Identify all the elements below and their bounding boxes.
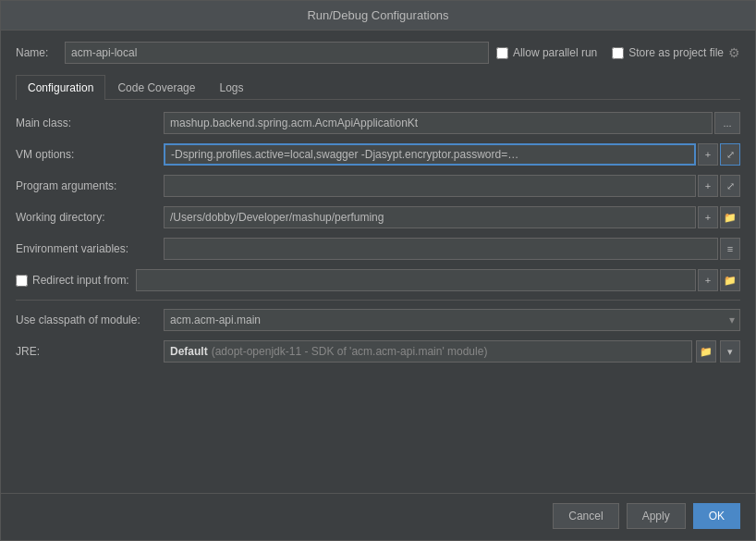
allow-parallel-run-checkbox[interactable] (496, 47, 508, 59)
jre-text-field: Default (adopt-openjdk-11 - SDK of 'acm.… (164, 340, 692, 363)
redirect-input-row: Redirect input from: + 📁 (16, 268, 740, 292)
jre-dropdown-button[interactable]: ▾ (720, 340, 740, 363)
jre-input-area: Default (adopt-openjdk-11 - SDK of 'acm.… (164, 340, 740, 363)
use-classpath-select-wrapper: acm.acm-api.main (164, 309, 740, 331)
jre-label: JRE: (16, 345, 164, 358)
use-classpath-label: Use classpath of module: (16, 314, 164, 326)
program-arguments-expand-button[interactable]: ⤢ (720, 175, 740, 197)
vm-options-input[interactable] (164, 143, 696, 166)
separator (16, 300, 740, 301)
redirect-input-browse-button[interactable]: 📁 (720, 269, 740, 291)
program-arguments-row: Program arguments: + ⤢ (16, 174, 740, 198)
store-as-project-file-label: Store as project file (628, 46, 724, 59)
header-options: Allow parallel run Store as project file… (496, 45, 740, 60)
main-class-row: Main class: ... (16, 111, 740, 135)
main-class-browse-button[interactable]: ... (714, 112, 740, 134)
environment-variables-input-group: ≡ (164, 238, 740, 260)
working-directory-row: Working directory: + 📁 (16, 205, 740, 229)
store-as-project-file-checkbox[interactable] (612, 47, 624, 59)
name-label: Name: (16, 46, 57, 59)
environment-variables-input[interactable] (164, 238, 718, 260)
cancel-button[interactable]: Cancel (553, 503, 618, 529)
vm-options-row: VM options: + ⤢ (16, 142, 740, 166)
vm-options-expand-button[interactable]: ⤢ (720, 143, 740, 166)
gear-icon[interactable]: ⚙ (728, 45, 740, 60)
dialog-body: Name: Allow parallel run Store as projec… (1, 31, 755, 493)
program-arguments-input[interactable] (164, 175, 696, 197)
jre-browse-button[interactable]: 📁 (696, 340, 716, 363)
redirect-input-label: Redirect input from: (32, 274, 129, 287)
dialog-footer: Cancel Apply OK (1, 493, 755, 540)
jre-description: (adopt-openjdk-11 - SDK of 'acm.acm-api.… (212, 345, 488, 358)
main-class-input-group: ... (164, 112, 740, 134)
redirect-input-group: + 📁 (136, 269, 740, 291)
vm-options-add-button[interactable]: + (698, 143, 718, 166)
use-classpath-select[interactable]: acm.acm-api.main (164, 309, 740, 331)
redirect-input-checkbox[interactable] (16, 275, 28, 287)
main-class-label: Main class: (16, 117, 164, 129)
environment-variables-edit-button[interactable]: ≡ (720, 238, 740, 260)
vm-options-input-group: + ⤢ (164, 143, 740, 166)
jre-default-text: Default (170, 345, 208, 358)
environment-variables-label: Environment variables: (16, 242, 164, 255)
jre-row: JRE: Default (adopt-openjdk-11 - SDK of … (16, 339, 740, 363)
working-directory-add-button[interactable]: + (698, 206, 718, 228)
dialog-title: Run/Debug Configurations (1, 1, 755, 31)
main-class-input[interactable] (164, 112, 713, 134)
redirect-input-checkbox-group[interactable]: Redirect input from: (16, 274, 136, 287)
program-arguments-input-group: + ⤢ (164, 175, 740, 197)
working-directory-input-group: + 📁 (164, 206, 740, 228)
use-classpath-row: Use classpath of module: acm.acm-api.mai… (16, 308, 740, 332)
working-directory-browse-button[interactable]: 📁 (720, 206, 740, 228)
vm-options-label: VM options: (16, 148, 164, 161)
configuration-form: Main class: ... VM options: + ⤢ Program … (16, 111, 740, 486)
tabs-bar: Configuration Code Coverage Logs (16, 75, 740, 100)
apply-button[interactable]: Apply (627, 503, 686, 529)
tab-logs[interactable]: Logs (207, 75, 255, 100)
allow-parallel-run-label: Allow parallel run (513, 46, 597, 59)
name-row: Name: Allow parallel run Store as projec… (16, 42, 740, 64)
program-arguments-add-button[interactable]: + (698, 175, 718, 197)
working-directory-label: Working directory: (16, 211, 164, 224)
allow-parallel-run-row[interactable]: Allow parallel run (496, 46, 597, 59)
store-as-project-file-row[interactable]: Store as project file ⚙ (612, 45, 740, 60)
tab-code-coverage[interactable]: Code Coverage (105, 75, 207, 100)
run-debug-dialog: Run/Debug Configurations Name: Allow par… (0, 0, 756, 541)
ok-button[interactable]: OK (693, 503, 740, 529)
environment-variables-row: Environment variables: ≡ (16, 237, 740, 261)
redirect-input-input[interactable] (136, 269, 696, 291)
program-arguments-label: Program arguments: (16, 179, 164, 192)
working-directory-input[interactable] (164, 206, 696, 228)
redirect-input-add-button[interactable]: + (698, 269, 718, 291)
name-input[interactable] (65, 42, 489, 64)
tab-configuration[interactable]: Configuration (16, 75, 105, 100)
